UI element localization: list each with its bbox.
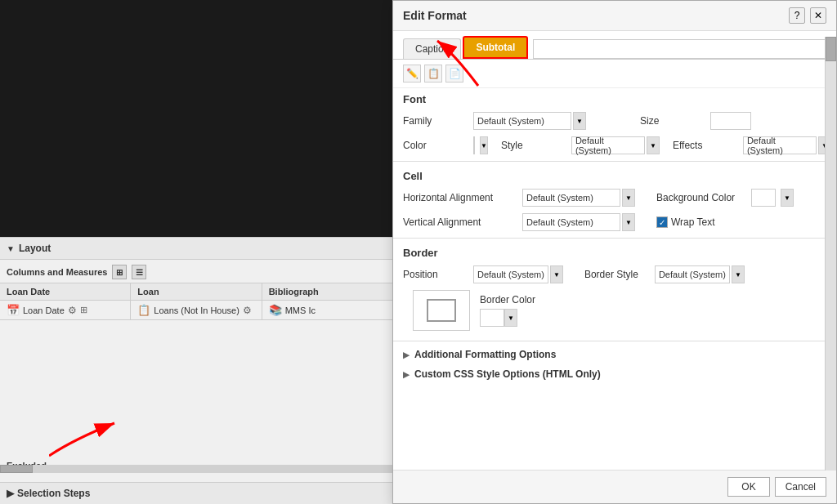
loan-date-gear-icon[interactable]: ⚙ bbox=[68, 305, 77, 316]
dialog-toolbar: ✏️ 📋 📄 bbox=[393, 60, 836, 88]
dialog-footer: OK Cancel bbox=[393, 470, 836, 503]
selection-steps-header[interactable]: ▶ Selection Steps bbox=[0, 482, 392, 504]
dialog-controls: ? ✕ bbox=[789, 7, 826, 24]
size-label: Size bbox=[640, 115, 705, 127]
col-item-loan-date: 📅 Loan Date ⚙ ⊞ bbox=[0, 301, 131, 319]
col-header-loan-date: Loan Date bbox=[0, 283, 131, 300]
col-header-bibliograph: Bibliograph bbox=[262, 283, 392, 300]
h-align-select: Default (System) ▼ bbox=[522, 189, 635, 207]
border-preview-area: Position Default (System) ▼ Border Style… bbox=[403, 265, 745, 334]
dialog-title: Edit Format bbox=[403, 9, 467, 22]
border-color-dropdown-arrow[interactable]: ▼ bbox=[504, 309, 517, 327]
paste-icon[interactable]: 📄 bbox=[445, 65, 463, 83]
position-dropdown-arrow[interactable]: ▼ bbox=[550, 265, 563, 283]
col-item-mms: 📚 MMS Ic bbox=[262, 301, 392, 319]
divider-3 bbox=[393, 341, 836, 341]
loan-date-export-icon[interactable]: ⊞ bbox=[80, 305, 87, 315]
h-align-dropdown-arrow[interactable]: ▼ bbox=[622, 189, 635, 207]
h-align-select-box[interactable]: Default (System) bbox=[522, 189, 620, 207]
h-align-label: Horizontal Alignment bbox=[403, 192, 517, 203]
border-style-dropdown-arrow[interactable]: ▼ bbox=[732, 265, 745, 283]
family-label: Family bbox=[403, 115, 468, 127]
additional-formatting-label: Additional Formatting Options bbox=[414, 349, 556, 360]
copy-icon[interactable]: 📋 bbox=[424, 65, 442, 83]
color-dropdown-arrow[interactable]: ▼ bbox=[480, 136, 488, 154]
custom-css-triangle-icon: ▶ bbox=[403, 370, 410, 379]
size-input[interactable] bbox=[710, 112, 751, 130]
tab-caption[interactable]: Caption bbox=[403, 38, 461, 59]
edit-format-dialog: Edit Format ? ✕ Caption Subtotal ✏️ 📋 📄 … bbox=[392, 0, 837, 504]
wrap-text-checkbox-label[interactable]: ✓ Wrap Text bbox=[656, 216, 715, 228]
dialog-scrollbar[interactable] bbox=[825, 37, 836, 471]
font-family-row: Family Default (System) ▼ Size bbox=[393, 109, 836, 133]
family-select-box[interactable]: Default (System) bbox=[473, 112, 571, 130]
scroll-thumb-h[interactable] bbox=[0, 465, 33, 473]
bg-color-swatch[interactable] bbox=[751, 189, 776, 207]
collapse-triangle-icon: ▼ bbox=[7, 244, 15, 253]
loan-date-label: Loan Date bbox=[23, 306, 65, 315]
help-button[interactable]: ? bbox=[789, 7, 805, 24]
tab-text-input[interactable] bbox=[533, 39, 826, 59]
tab-subtotal[interactable]: Subtotal bbox=[463, 36, 528, 59]
custom-css-section[interactable]: ▶ Custom CSS Style Options (HTML Only) bbox=[393, 364, 836, 384]
scrollbar-thumb[interactable] bbox=[826, 37, 836, 61]
style-label: Style bbox=[501, 140, 566, 151]
position-select-box[interactable]: Default (System) bbox=[473, 265, 548, 283]
custom-css-label: Custom CSS Style Options (HTML Only) bbox=[414, 368, 601, 380]
columns-measures-bar: Columns and Measures ⊞ ☰ bbox=[0, 260, 392, 283]
selection-steps-label: Selection Steps bbox=[17, 488, 90, 499]
h-align-row: Horizontal Alignment Default (System) ▼ … bbox=[393, 185, 836, 210]
calendar-icon: 📅 bbox=[7, 304, 20, 316]
horizontal-scrollbar[interactable] bbox=[0, 465, 392, 473]
mms-label: MMS Ic bbox=[285, 306, 316, 315]
style-select: Default (System) ▼ bbox=[571, 136, 660, 154]
border-color-swatch[interactable] bbox=[480, 309, 504, 327]
family-select: Default (System) ▼ bbox=[473, 112, 586, 130]
divider-2 bbox=[393, 238, 836, 239]
color-label: Color bbox=[403, 140, 468, 151]
border-inner-box bbox=[427, 299, 456, 322]
style-select-box[interactable]: Default (System) bbox=[571, 136, 645, 154]
wrap-text-checkbox[interactable]: ✓ bbox=[656, 216, 668, 228]
bg-color-dropdown-arrow[interactable]: ▼ bbox=[781, 189, 794, 207]
style-dropdown-arrow[interactable]: ▼ bbox=[647, 136, 660, 154]
loans-gear-icon[interactable]: ⚙ bbox=[243, 305, 252, 316]
border-style-label: Border Style bbox=[584, 269, 650, 280]
v-align-select-box[interactable]: Default (System) bbox=[522, 213, 620, 231]
effects-select-box[interactable]: Default (System) bbox=[743, 136, 817, 154]
tabs-bar: Caption Subtotal bbox=[393, 31, 836, 60]
dialog-title-bar: Edit Format ? ✕ bbox=[393, 1, 836, 31]
family-dropdown-arrow[interactable]: ▼ bbox=[573, 112, 586, 130]
layout-header[interactable]: ▼ Layout bbox=[0, 238, 392, 260]
border-style-select-box[interactable]: Default (System) bbox=[655, 265, 730, 283]
loans-label: Loans (Not In House) bbox=[154, 306, 239, 315]
border-row: Position Default (System) ▼ Border Style… bbox=[393, 262, 836, 337]
font-section-label: Font bbox=[393, 88, 836, 109]
cell-section-label: Cell bbox=[393, 165, 836, 185]
v-align-select: Default (System) ▼ bbox=[522, 213, 635, 231]
col-header-loan: Loan bbox=[131, 283, 262, 300]
layout-section: ▼ Layout Columns and Measures ⊞ ☰ Loan D… bbox=[0, 237, 392, 504]
border-color-row: ▼ bbox=[480, 309, 545, 327]
columns-measures-label-text: Columns and Measures bbox=[7, 267, 107, 277]
v-align-dropdown-arrow[interactable]: ▼ bbox=[622, 213, 635, 231]
add-measure-btn[interactable]: ☰ bbox=[132, 265, 146, 279]
ok-button[interactable]: OK bbox=[727, 477, 769, 497]
color-swatch[interactable] bbox=[473, 136, 475, 154]
edit-icon[interactable]: ✏️ bbox=[403, 65, 421, 83]
cancel-button[interactable]: Cancel bbox=[775, 477, 826, 497]
wrap-text-label: Wrap Text bbox=[671, 216, 715, 228]
border-section-label: Border bbox=[393, 242, 836, 262]
close-button[interactable]: ✕ bbox=[810, 7, 826, 24]
columns-items-row: 📅 Loan Date ⚙ ⊞ 📋 Loans (Not In House) ⚙… bbox=[0, 301, 392, 320]
effects-label: Effects bbox=[673, 140, 738, 151]
loans-icon: 📋 bbox=[137, 304, 150, 316]
additional-formatting-section[interactable]: ▶ Additional Formatting Options bbox=[393, 345, 836, 364]
border-color-label: Border Color bbox=[480, 294, 545, 306]
mms-icon: 📚 bbox=[269, 304, 282, 316]
columns-header-row: Loan Date Loan Bibliograph bbox=[0, 283, 392, 301]
add-column-btn[interactable]: ⊞ bbox=[112, 265, 127, 279]
layout-title: Layout bbox=[19, 243, 51, 254]
divider-1 bbox=[393, 161, 836, 162]
font-color-row: Color ▼ Style Default (System) ▼ Effects… bbox=[393, 133, 836, 158]
